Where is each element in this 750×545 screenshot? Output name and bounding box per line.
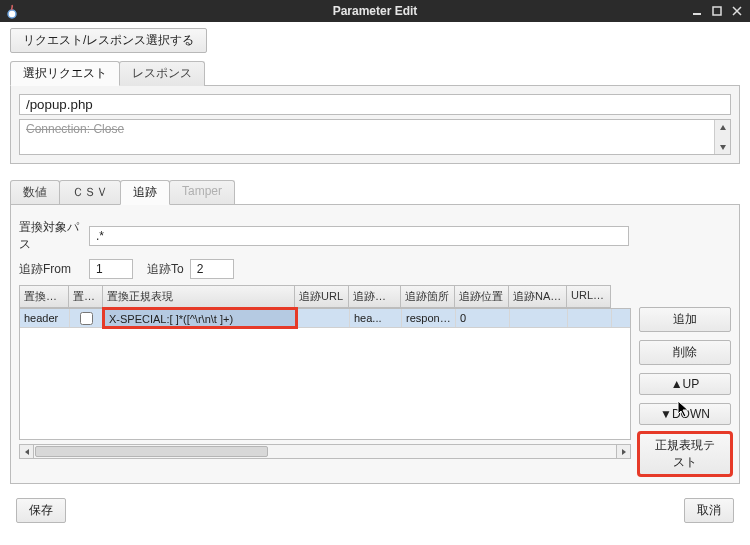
tab-numeric[interactable]: 数値 bbox=[10, 180, 60, 205]
delete-button[interactable]: 削除 bbox=[639, 340, 731, 365]
table-row[interactable]: header X-SPECIAL:[ ]*([^\r\n\t ]+) hea..… bbox=[20, 309, 630, 328]
cell-track-url bbox=[296, 309, 350, 327]
vertical-scrollbar[interactable] bbox=[714, 120, 730, 154]
footer-buttons: 保存 取消 bbox=[10, 498, 740, 523]
lower-tabs: 数値 ＣＳＶ 追跡 Tamper bbox=[10, 180, 740, 205]
window-title: Parameter Edit bbox=[0, 0, 750, 22]
cell-urlenc bbox=[568, 309, 612, 327]
track-from-input[interactable] bbox=[89, 259, 133, 279]
col-track-regex[interactable]: 追跡正規... bbox=[349, 285, 401, 308]
add-button[interactable]: 追加 bbox=[639, 307, 731, 332]
scroll-up-icon[interactable] bbox=[715, 120, 730, 135]
request-preview-line: Connection: Close bbox=[26, 122, 708, 136]
side-buttons: 追加 削除 ▲UP ▼DOWN 正規表現テスト bbox=[639, 285, 731, 475]
h-scroll-thumb[interactable] bbox=[35, 446, 268, 457]
col-track-location[interactable]: 追跡箇所 bbox=[401, 285, 455, 308]
cell-replace-location: header bbox=[20, 309, 70, 327]
cancel-button[interactable]: 取消 bbox=[684, 498, 734, 523]
request-preview-box: Connection: Close bbox=[19, 119, 731, 155]
scroll-right-icon[interactable] bbox=[616, 444, 631, 459]
maximize-icon[interactable] bbox=[710, 4, 724, 18]
svg-rect-2 bbox=[713, 7, 721, 15]
select-request-response-button[interactable]: リクエスト/レスポンス選択する bbox=[10, 28, 207, 53]
save-button[interactable]: 保存 bbox=[16, 498, 66, 523]
col-track-url[interactable]: 追跡URL bbox=[295, 285, 349, 308]
cell-replace-flag[interactable] bbox=[70, 309, 104, 327]
upper-panel: Connection: Close bbox=[10, 85, 740, 164]
col-track-position[interactable]: 追跡位置 bbox=[455, 285, 509, 308]
move-down-button[interactable]: ▼DOWN bbox=[639, 403, 731, 425]
cell-track-location: response... bbox=[402, 309, 456, 327]
tab-csv[interactable]: ＣＳＶ bbox=[59, 180, 121, 205]
tab-response[interactable]: レスポンス bbox=[119, 61, 205, 86]
track-from-label: 追跡From bbox=[19, 261, 89, 278]
close-icon[interactable] bbox=[730, 4, 744, 18]
table-h-scrollbar[interactable] bbox=[19, 444, 631, 459]
track-to-label: 追跡To bbox=[147, 261, 184, 278]
cell-track-name bbox=[510, 309, 568, 327]
upper-tabs: 選択リクエスト レスポンス bbox=[10, 61, 740, 86]
col-track-name[interactable]: 追跡NAM... bbox=[509, 285, 567, 308]
h-scroll-track[interactable] bbox=[34, 444, 616, 459]
replace-path-input[interactable] bbox=[89, 226, 629, 246]
col-urlenc[interactable]: URLenc bbox=[567, 285, 611, 308]
replace-flag-checkbox[interactable] bbox=[80, 312, 93, 325]
col-replace-regex[interactable]: 置換正規表現 bbox=[103, 285, 295, 308]
replace-path-label: 置換対象パス bbox=[19, 219, 89, 253]
col-replace-location[interactable]: 置換箇所 bbox=[19, 285, 69, 308]
scroll-down-icon[interactable] bbox=[715, 139, 730, 154]
tracking-table-area: 置換箇所 置換し 置換正規表現 追跡URL 追跡正規... 追跡箇所 追跡位置 … bbox=[19, 285, 631, 475]
svg-rect-1 bbox=[693, 13, 701, 15]
cell-track-position: 0 bbox=[456, 309, 510, 327]
cell-track-regex: hea... bbox=[350, 309, 402, 327]
col-replace-flag[interactable]: 置換し bbox=[69, 285, 103, 308]
track-to-input[interactable] bbox=[190, 259, 234, 279]
tab-tamper: Tamper bbox=[169, 180, 235, 205]
scroll-left-icon[interactable] bbox=[19, 444, 34, 459]
titlebar: Parameter Edit bbox=[0, 0, 750, 22]
table-header: 置換箇所 置換し 置換正規表現 追跡URL 追跡正規... 追跡箇所 追跡位置 … bbox=[19, 285, 631, 308]
minimize-icon[interactable] bbox=[690, 4, 704, 18]
table-body: header X-SPECIAL:[ ]*([^\r\n\t ]+) hea..… bbox=[19, 308, 631, 440]
tab-tracking[interactable]: 追跡 bbox=[120, 180, 170, 205]
lower-panel: 置換対象パス 追跡From 追跡To 置換箇所 置換し 置換正規表現 追跡URL… bbox=[10, 204, 740, 484]
tab-selected-request[interactable]: 選択リクエスト bbox=[10, 61, 120, 86]
request-path-field[interactable] bbox=[19, 94, 731, 115]
move-up-button[interactable]: ▲UP bbox=[639, 373, 731, 395]
cell-replace-regex[interactable]: X-SPECIAL:[ ]*([^\r\n\t ]+) bbox=[104, 309, 296, 327]
regex-test-button[interactable]: 正規表現テスト bbox=[639, 433, 731, 475]
